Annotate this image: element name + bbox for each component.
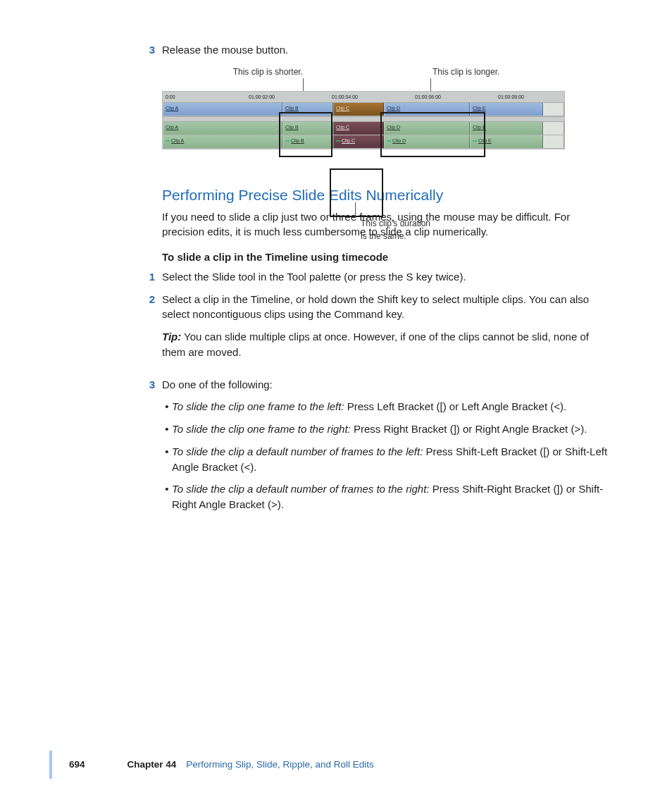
timeline-top: 0:00 01:00:02:00 01:00:04:00 01:00:06:00… bbox=[162, 91, 565, 149]
step-number: 3 bbox=[144, 377, 155, 393]
page-number: 694 bbox=[69, 758, 85, 772]
timeline-figure: This clip is shorter. This clip is longe… bbox=[162, 66, 565, 149]
step-number: 1 bbox=[144, 269, 155, 285]
callout-longer: This clip is longer. bbox=[433, 66, 499, 78]
chapter-title: Performing Slip, Slide, Ripple, and Roll… bbox=[186, 758, 373, 772]
clip-b: Clip B bbox=[282, 103, 333, 116]
step-3-top: 3 Release the mouse button. bbox=[162, 42, 613, 58]
page-footer: 694 Chapter 44 Performing Slip, Slide, R… bbox=[49, 751, 672, 779]
tip-label: Tip: bbox=[162, 331, 181, 343]
step-text: Select the Slide tool in the Tool palett… bbox=[162, 269, 466, 285]
chapter-label: Chapter 44 bbox=[127, 758, 177, 772]
list-item: • To slide the clip one frame to the lef… bbox=[162, 399, 613, 414]
clip-d: ▾▾Clip D bbox=[384, 135, 470, 148]
tip-text: You can slide multiple clips at once. Ho… bbox=[162, 331, 589, 358]
clip-c: ▾▾Clip C bbox=[333, 135, 384, 148]
clip-e: ▾▾Clip E bbox=[470, 135, 543, 148]
step-text: Release the mouse button. bbox=[162, 42, 288, 58]
clip-d: Clip D bbox=[384, 103, 470, 116]
clip-c: Clip C bbox=[333, 103, 384, 116]
list-item: • To slide the clip a default number of … bbox=[162, 481, 613, 512]
callout-shorter: This clip is shorter. bbox=[162, 66, 306, 78]
list-item: • To slide the clip a default number of … bbox=[162, 444, 613, 475]
step-text: Do one of the following: bbox=[162, 377, 273, 393]
step-text: Select a clip in the Timeline, or hold d… bbox=[162, 292, 613, 323]
video-track-2: Clip A Clip B Clip C Clip D Clip E bbox=[163, 122, 564, 135]
callout-same-duration: This clip's duration is the same. bbox=[361, 218, 473, 242]
clip-a: ▾▾Clip A bbox=[163, 135, 282, 148]
clip-c: Clip C bbox=[333, 122, 384, 135]
clip-d: Clip D bbox=[384, 122, 470, 135]
clip-b: ▾▾Clip B bbox=[282, 135, 333, 148]
procedure-subhead: To slide a clip in the Timeline using ti… bbox=[162, 250, 613, 265]
clip-b: Clip B bbox=[282, 122, 333, 135]
step-number: 2 bbox=[144, 292, 155, 370]
step-number: 3 bbox=[144, 42, 155, 58]
section-heading: Performing Precise Slide Edits Numerical… bbox=[162, 185, 613, 206]
step-3: 3 Do one of the following: bbox=[162, 377, 613, 393]
step-1: 1 Select the Slide tool in the Tool pale… bbox=[162, 269, 613, 285]
list-item: • To slide the clip one frame to the rig… bbox=[162, 421, 613, 437]
clip-a: Clip A bbox=[163, 103, 282, 116]
clip-e: Clip E bbox=[470, 122, 543, 135]
audio-track-2: ▾▾Clip A ▾▾Clip B ▾▾Clip C ▾▾Clip D ▾▾Cl… bbox=[163, 135, 564, 149]
step-2: 2 Select a clip in the Timeline, or hold… bbox=[162, 292, 613, 370]
video-track-1: Clip A Clip B Clip C Clip D Clip E bbox=[163, 103, 564, 116]
tip-paragraph: Tip: You can slide multiple clips at onc… bbox=[162, 329, 613, 360]
clip-e: Clip E bbox=[470, 103, 543, 116]
clip-a: Clip A bbox=[163, 122, 282, 135]
options-list: • To slide the clip one frame to the lef… bbox=[162, 399, 613, 512]
ruler-top: 0:00 01:00:02:00 01:00:04:00 01:00:06:00… bbox=[163, 92, 564, 103]
